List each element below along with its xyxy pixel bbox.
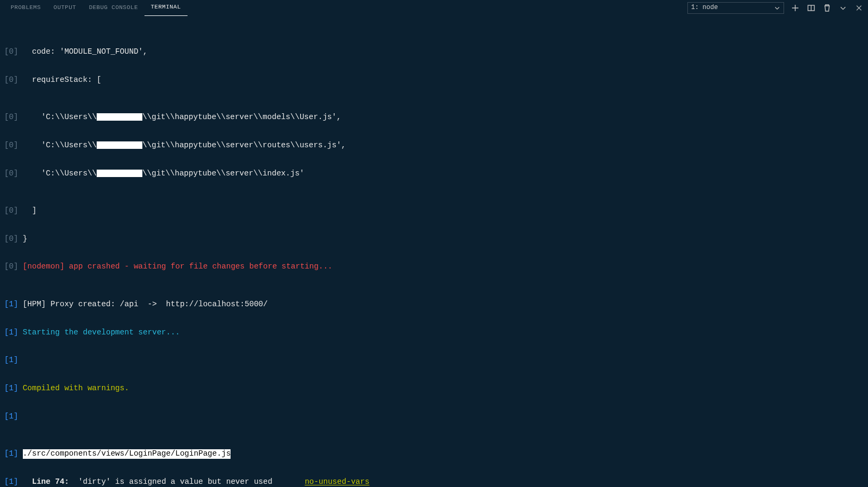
path-segment: \\git\\happytube\\server\\index.js' [142, 169, 304, 178]
prefix-0: [0] [4, 75, 23, 85]
terminal-selector[interactable]: 1: node [687, 2, 784, 14]
kill-terminal-icon[interactable] [822, 3, 832, 13]
path-segment: \\git\\happytube\\server\\models\\User.j… [142, 113, 341, 121]
term-line: } [23, 234, 864, 244]
term-line: 'C:\\Users\\\\git\\happytube\\server\\ro… [23, 141, 864, 150]
chevron-down-icon [774, 5, 780, 11]
prefix-0: [0] [4, 141, 23, 150]
prefix-1: [1] [4, 477, 23, 487]
term-line: 'C:\\Users\\\\git\\happytube\\server\\mo… [23, 113, 864, 122]
eslint-rule-link[interactable]: no-unused-vars [305, 477, 370, 487]
prefix-0: [0] [4, 169, 23, 179]
prefix-0: [0] [4, 113, 23, 122]
warn-msg: 'dirty' is assigned a value but never us… [69, 477, 305, 487]
prefix-1: [1] [4, 384, 23, 393]
terminal-selector-value: 1: node [691, 3, 718, 13]
terminal-output[interactable]: [0] code: 'MODULE_NOT_FOUND', [0] requir… [0, 16, 868, 487]
tab-terminal[interactable]: TERMINAL [144, 0, 188, 16]
split-terminal-icon[interactable] [806, 3, 816, 13]
prefix-0: [0] [4, 47, 23, 57]
tab-debug[interactable]: DEBUG CONSOLE [82, 0, 144, 16]
redaction-block [97, 141, 142, 149]
prefix-1: [1] [4, 412, 23, 422]
redaction-block [97, 170, 142, 177]
nodemon-crash: [nodemon] app crashed - waiting for file… [23, 262, 864, 272]
tab-problems[interactable]: PROBLEMS [4, 0, 47, 16]
dev-server-start: Starting the development server... [23, 328, 864, 338]
warning-file-1: ./src/components/views/LoginPage/LoginPa… [23, 449, 231, 459]
empty-line [23, 412, 864, 422]
term-line: ] [23, 206, 864, 216]
prefix-1: [1] [4, 356, 23, 365]
term-line: requireStack: [ [23, 75, 864, 85]
term-line: 'C:\\Users\\\\git\\happytube\\server\\in… [23, 169, 864, 179]
terminal-actions: 1: node [687, 0, 864, 16]
compile-warning: Compiled with warnings. [23, 384, 864, 393]
empty-line [23, 356, 864, 365]
warn-line-loc: Line 74: [23, 477, 69, 487]
redaction-block [97, 113, 142, 121]
maximize-panel-icon[interactable] [838, 3, 848, 13]
tab-output[interactable]: OUTPUT [47, 0, 83, 16]
panel-tabs: PROBLEMS OUTPUT DEBUG CONSOLE TERMINAL 1… [0, 0, 868, 16]
path-segment: 'C:\\Users\\ [23, 169, 97, 178]
prefix-0: [0] [4, 262, 23, 272]
close-panel-icon[interactable] [854, 3, 864, 13]
new-terminal-icon[interactable] [790, 3, 800, 13]
prefix-1: [1] [4, 328, 23, 338]
path-segment: \\git\\happytube\\server\\routes\\users.… [142, 141, 346, 149]
path-segment: 'C:\\Users\\ [23, 113, 97, 121]
term-line: code: 'MODULE_NOT_FOUND', [23, 47, 864, 57]
term-line: [HPM] Proxy created: /api -> http://loca… [23, 300, 864, 309]
prefix-1: [1] [4, 449, 23, 459]
path-segment: 'C:\\Users\\ [23, 141, 97, 149]
prefix-1: [1] [4, 300, 23, 309]
prefix-0: [0] [4, 206, 23, 216]
prefix-0: [0] [4, 234, 23, 244]
